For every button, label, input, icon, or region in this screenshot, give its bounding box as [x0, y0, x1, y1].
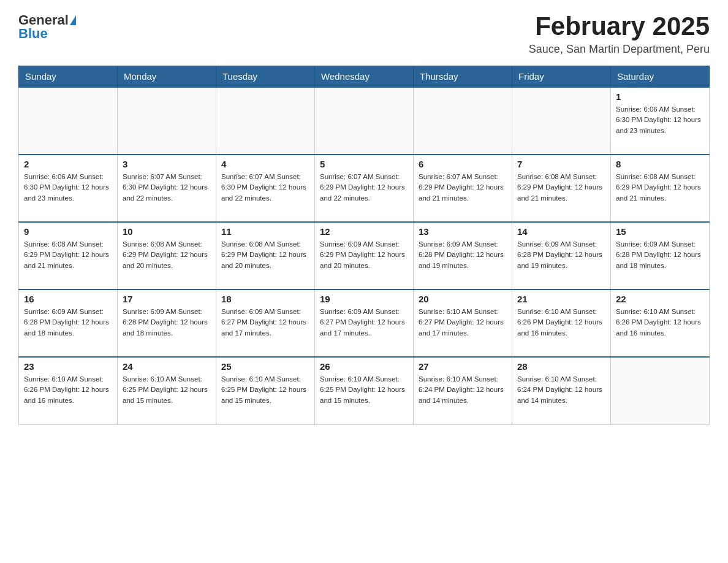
calendar-cell: 18Sunrise: 6:09 AM Sunset: 6:27 PM Dayli…: [216, 289, 315, 357]
week-row-1: 1Sunrise: 6:06 AM Sunset: 6:30 PM Daylig…: [19, 87, 710, 155]
calendar-cell: 16Sunrise: 6:09 AM Sunset: 6:28 PM Dayli…: [19, 289, 118, 357]
day-number: 3: [123, 159, 211, 169]
day-info: Sunrise: 6:10 AM Sunset: 6:24 PM Dayligh…: [517, 374, 605, 406]
day-info: Sunrise: 6:09 AM Sunset: 6:29 PM Dayligh…: [320, 239, 408, 271]
calendar-cell: [414, 87, 512, 155]
calendar-cell: [19, 87, 118, 155]
day-number: 19: [320, 294, 408, 304]
calendar-cell: 7Sunrise: 6:08 AM Sunset: 6:29 PM Daylig…: [512, 155, 611, 222]
calendar-cell: 24Sunrise: 6:10 AM Sunset: 6:25 PM Dayli…: [118, 357, 216, 424]
day-number: 9: [24, 226, 112, 237]
day-info: Sunrise: 6:10 AM Sunset: 6:25 PM Dayligh…: [123, 374, 211, 406]
day-info: Sunrise: 6:10 AM Sunset: 6:26 PM Dayligh…: [517, 307, 605, 339]
calendar-cell: 19Sunrise: 6:09 AM Sunset: 6:27 PM Dayli…: [315, 289, 414, 357]
calendar-cell: 15Sunrise: 6:09 AM Sunset: 6:28 PM Dayli…: [611, 222, 710, 289]
calendar-cell: 12Sunrise: 6:09 AM Sunset: 6:29 PM Dayli…: [315, 222, 414, 289]
calendar-cell: [512, 87, 611, 155]
week-row-3: 9Sunrise: 6:08 AM Sunset: 6:29 PM Daylig…: [19, 222, 710, 289]
weekday-header-saturday: Saturday: [611, 66, 710, 88]
calendar-cell: 13Sunrise: 6:09 AM Sunset: 6:28 PM Dayli…: [414, 222, 512, 289]
calendar-table: SundayMondayTuesdayWednesdayThursdayFrid…: [18, 66, 710, 425]
logo: General Blue: [18, 12, 76, 42]
calendar-cell: [118, 87, 216, 155]
calendar-cell: 26Sunrise: 6:10 AM Sunset: 6:25 PM Dayli…: [315, 357, 414, 424]
month-title: February 2025: [529, 12, 710, 40]
calendar-cell: 21Sunrise: 6:10 AM Sunset: 6:26 PM Dayli…: [512, 289, 611, 357]
day-number: 26: [320, 361, 408, 372]
weekday-header-tuesday: Tuesday: [216, 66, 315, 88]
day-info: Sunrise: 6:08 AM Sunset: 6:29 PM Dayligh…: [123, 239, 211, 271]
day-number: 16: [24, 294, 112, 304]
day-number: 10: [123, 226, 211, 237]
day-info: Sunrise: 6:07 AM Sunset: 6:29 PM Dayligh…: [419, 172, 507, 204]
day-number: 6: [419, 159, 507, 169]
calendar-cell: [611, 357, 710, 424]
calendar-cell: 8Sunrise: 6:08 AM Sunset: 6:29 PM Daylig…: [611, 155, 710, 222]
calendar-cell: 27Sunrise: 6:10 AM Sunset: 6:24 PM Dayli…: [414, 357, 512, 424]
location-subtitle: Sauce, San Martin Department, Peru: [529, 43, 710, 56]
day-number: 4: [221, 159, 309, 169]
day-info: Sunrise: 6:10 AM Sunset: 6:25 PM Dayligh…: [221, 374, 309, 406]
day-number: 1: [616, 91, 704, 102]
calendar-cell: 6Sunrise: 6:07 AM Sunset: 6:29 PM Daylig…: [414, 155, 512, 222]
calendar-cell: 25Sunrise: 6:10 AM Sunset: 6:25 PM Dayli…: [216, 357, 315, 424]
calendar-cell: 1Sunrise: 6:06 AM Sunset: 6:30 PM Daylig…: [611, 87, 710, 155]
title-area: February 2025 Sauce, San Martin Departme…: [529, 12, 710, 56]
day-info: Sunrise: 6:10 AM Sunset: 6:24 PM Dayligh…: [419, 374, 507, 406]
day-number: 5: [320, 159, 408, 169]
day-info: Sunrise: 6:08 AM Sunset: 6:29 PM Dayligh…: [24, 239, 112, 271]
day-number: 15: [616, 226, 704, 237]
day-info: Sunrise: 6:10 AM Sunset: 6:27 PM Dayligh…: [419, 307, 507, 339]
day-info: Sunrise: 6:09 AM Sunset: 6:28 PM Dayligh…: [419, 239, 507, 271]
day-info: Sunrise: 6:09 AM Sunset: 6:27 PM Dayligh…: [320, 307, 408, 339]
calendar-cell: [315, 87, 414, 155]
page-header: General Blue February 2025 Sauce, San Ma…: [18, 12, 710, 56]
day-info: Sunrise: 6:08 AM Sunset: 6:29 PM Dayligh…: [221, 239, 309, 271]
calendar-cell: 9Sunrise: 6:08 AM Sunset: 6:29 PM Daylig…: [19, 222, 118, 289]
day-info: Sunrise: 6:06 AM Sunset: 6:30 PM Dayligh…: [24, 172, 112, 204]
day-number: 17: [123, 294, 211, 304]
weekday-header-sunday: Sunday: [19, 66, 118, 88]
day-info: Sunrise: 6:08 AM Sunset: 6:29 PM Dayligh…: [616, 172, 704, 204]
day-number: 2: [24, 159, 112, 169]
day-info: Sunrise: 6:07 AM Sunset: 6:30 PM Dayligh…: [123, 172, 211, 204]
day-info: Sunrise: 6:09 AM Sunset: 6:28 PM Dayligh…: [123, 307, 211, 339]
week-row-4: 16Sunrise: 6:09 AM Sunset: 6:28 PM Dayli…: [19, 289, 710, 357]
day-number: 27: [419, 361, 507, 372]
logo-blue-text: Blue: [18, 26, 48, 42]
calendar-cell: [216, 87, 315, 155]
day-info: Sunrise: 6:10 AM Sunset: 6:26 PM Dayligh…: [616, 307, 704, 339]
calendar-cell: 10Sunrise: 6:08 AM Sunset: 6:29 PM Dayli…: [118, 222, 216, 289]
day-number: 11: [221, 226, 309, 237]
day-number: 14: [517, 226, 605, 237]
weekday-header-friday: Friday: [512, 66, 611, 88]
calendar-cell: 23Sunrise: 6:10 AM Sunset: 6:26 PM Dayli…: [19, 357, 118, 424]
calendar-cell: 5Sunrise: 6:07 AM Sunset: 6:29 PM Daylig…: [315, 155, 414, 222]
weekday-header-thursday: Thursday: [414, 66, 512, 88]
calendar-cell: 17Sunrise: 6:09 AM Sunset: 6:28 PM Dayli…: [118, 289, 216, 357]
calendar-cell: 11Sunrise: 6:08 AM Sunset: 6:29 PM Dayli…: [216, 222, 315, 289]
day-info: Sunrise: 6:06 AM Sunset: 6:30 PM Dayligh…: [616, 104, 704, 136]
day-info: Sunrise: 6:09 AM Sunset: 6:27 PM Dayligh…: [221, 307, 309, 339]
weekday-header-row: SundayMondayTuesdayWednesdayThursdayFrid…: [19, 66, 710, 88]
week-row-2: 2Sunrise: 6:06 AM Sunset: 6:30 PM Daylig…: [19, 155, 710, 222]
logo-triangle-icon: [70, 15, 76, 25]
day-info: Sunrise: 6:07 AM Sunset: 6:29 PM Dayligh…: [320, 172, 408, 204]
day-number: 22: [616, 294, 704, 304]
weekday-header-wednesday: Wednesday: [315, 66, 414, 88]
day-number: 28: [517, 361, 605, 372]
day-number: 8: [616, 159, 704, 169]
day-info: Sunrise: 6:08 AM Sunset: 6:29 PM Dayligh…: [517, 172, 605, 204]
day-number: 13: [419, 226, 507, 237]
day-number: 12: [320, 226, 408, 237]
day-number: 21: [517, 294, 605, 304]
day-number: 24: [123, 361, 211, 372]
day-info: Sunrise: 6:09 AM Sunset: 6:28 PM Dayligh…: [517, 239, 605, 271]
week-row-5: 23Sunrise: 6:10 AM Sunset: 6:26 PM Dayli…: [19, 357, 710, 424]
calendar-cell: 4Sunrise: 6:07 AM Sunset: 6:30 PM Daylig…: [216, 155, 315, 222]
day-number: 25: [221, 361, 309, 372]
day-info: Sunrise: 6:09 AM Sunset: 6:28 PM Dayligh…: [24, 307, 112, 339]
day-number: 7: [517, 159, 605, 169]
day-info: Sunrise: 6:07 AM Sunset: 6:30 PM Dayligh…: [221, 172, 309, 204]
day-number: 18: [221, 294, 309, 304]
